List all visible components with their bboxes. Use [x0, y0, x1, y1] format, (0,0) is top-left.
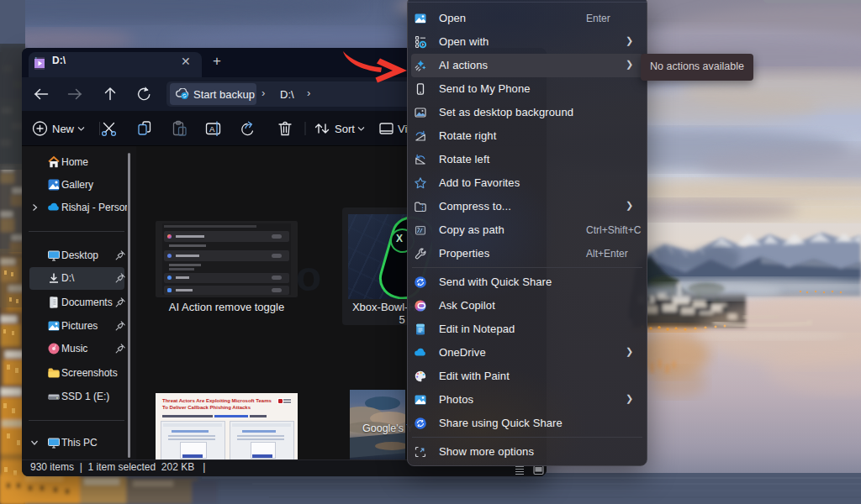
svg-text:Sort: Sort: [335, 123, 355, 135]
svg-text:Vi: Vi: [398, 123, 407, 135]
svg-text:A: A: [209, 124, 215, 134]
svg-text:New: New: [52, 123, 75, 135]
